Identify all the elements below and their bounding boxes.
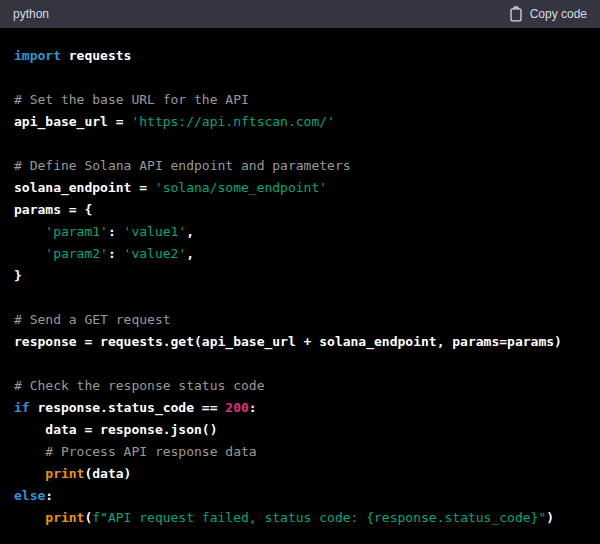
code-token-string: 'solana/some_endpoint' — [155, 180, 327, 195]
code-line: data = response.json() — [14, 419, 586, 441]
code-token-comment: # Check the response status code — [14, 378, 264, 393]
code-token-plain: : — [45, 488, 53, 503]
code-token-string: 'param1' — [45, 224, 108, 239]
code-line — [14, 67, 586, 89]
code-token-string: 'value2' — [124, 246, 187, 261]
code-token-keyword: if — [14, 400, 30, 415]
code-listing: import requests # Set the base URL for t… — [14, 45, 586, 529]
code-line: # Set the base URL for the API — [14, 89, 586, 111]
code-token-plain: solana_endpoint = — [14, 180, 155, 195]
code-token-plain: : — [108, 246, 124, 261]
code-line: api_base_url = 'https://api.nftscan.com/… — [14, 111, 586, 133]
code-token-plain — [14, 224, 45, 239]
code-token-plain: } — [14, 268, 22, 283]
code-token-plain — [14, 510, 45, 525]
code-token-plain: api_base_url = — [14, 114, 131, 129]
code-token-plain — [14, 246, 45, 261]
code-token-comment: # Process API response data — [45, 444, 256, 459]
code-token-string: 'https://api.nftscan.com/' — [131, 114, 335, 129]
code-line: solana_endpoint = 'solana/some_endpoint' — [14, 177, 586, 199]
code-token-number: 200 — [225, 400, 248, 415]
code-content: import requests # Set the base URL for t… — [0, 28, 600, 544]
code-line: # Check the response status code — [14, 375, 586, 397]
code-token-keyword: else — [14, 488, 45, 503]
code-token-plain: : — [249, 400, 257, 415]
code-line: if response.status_code == 200: — [14, 397, 586, 419]
code-line: 'param1': 'value1', — [14, 221, 586, 243]
code-block: python Copy code import requests # Set t… — [0, 0, 600, 544]
copy-code-label: Copy code — [530, 7, 587, 21]
code-line: } — [14, 265, 586, 287]
code-token-plain: , — [186, 224, 194, 239]
language-label: python — [13, 7, 49, 21]
code-line: import requests — [14, 45, 586, 67]
code-token-plain: requests — [61, 48, 131, 63]
code-token-plain — [14, 466, 45, 481]
code-token-plain: params = { — [14, 202, 92, 217]
code-line — [14, 287, 586, 309]
code-line: # Process API response data — [14, 441, 586, 463]
code-line: 'param2': 'value2', — [14, 243, 586, 265]
code-line: print(f"API request failed, status code:… — [14, 507, 586, 529]
code-token-plain: response.status_code == — [30, 400, 226, 415]
code-token-string: 'param2' — [45, 246, 108, 261]
code-line: params = { — [14, 199, 586, 221]
code-token-comment: # Define Solana API endpoint and paramet… — [14, 158, 351, 173]
code-header: python Copy code — [0, 0, 600, 28]
code-line: # Send a GET request — [14, 309, 586, 331]
code-token-plain: ) — [546, 510, 554, 525]
code-token-plain: : — [108, 224, 124, 239]
code-token-string: 'value1' — [124, 224, 187, 239]
code-token-plain: data = response.json() — [14, 422, 218, 437]
code-token-comment: # Send a GET request — [14, 312, 171, 327]
code-token-builtin: print — [45, 510, 84, 525]
code-line: print(data) — [14, 463, 586, 485]
code-token-plain: , — [186, 246, 194, 261]
code-token-keyword: import — [14, 48, 61, 63]
code-token-plain: (data) — [84, 466, 131, 481]
code-line: # Define Solana API endpoint and paramet… — [14, 155, 586, 177]
code-token-string: f"API request failed, status code: {resp… — [92, 510, 546, 525]
code-token-builtin: print — [45, 466, 84, 481]
code-token-comment: # Set the base URL for the API — [14, 92, 249, 107]
copy-code-button[interactable]: Copy code — [509, 6, 587, 22]
code-token-plain: response = requests.get(api_base_url + s… — [14, 334, 562, 349]
code-line — [14, 353, 586, 375]
code-line — [14, 133, 586, 155]
code-token-plain — [14, 444, 45, 459]
code-line: response = requests.get(api_base_url + s… — [14, 331, 586, 353]
code-line: else: — [14, 485, 586, 507]
clipboard-icon — [509, 6, 523, 22]
